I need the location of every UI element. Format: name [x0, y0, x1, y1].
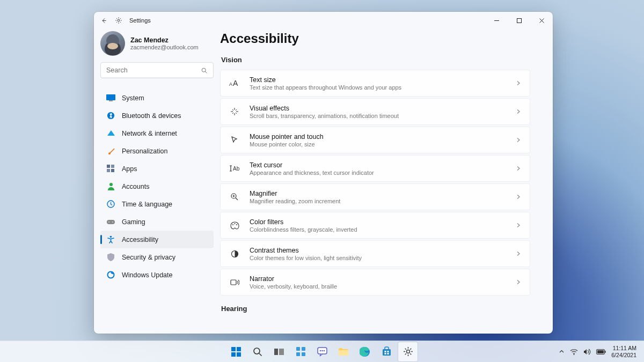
- sidebar-item-network[interactable]: Network & internet: [100, 124, 214, 142]
- sidebar-item-update[interactable]: Windows Update: [100, 266, 214, 284]
- svg-text:A: A: [229, 82, 232, 87]
- setting-visual-effects[interactable]: Visual effectsScroll bars, transparency,…: [220, 98, 530, 125]
- search-input[interactable]: [106, 67, 201, 74]
- svg-rect-27: [237, 347, 241, 351]
- sidebar-item-accounts[interactable]: Accounts: [100, 178, 214, 195]
- sidebar-item-security[interactable]: Security & privacy: [100, 248, 214, 266]
- card-title: Magnifier: [250, 190, 516, 197]
- card-title: Mouse pointer and touch: [250, 133, 516, 141]
- taskbar-settings[interactable]: [398, 342, 418, 361]
- narrator-icon: [229, 277, 240, 287]
- sidebar-item-label: Time & language: [122, 201, 172, 208]
- close-button[interactable]: [530, 12, 553, 28]
- svg-point-21: [232, 224, 233, 225]
- sidebar-item-label: Apps: [122, 165, 137, 173]
- minimize-button[interactable]: [485, 12, 508, 28]
- taskbar: 11:11 AM 6/24/2021: [0, 341, 644, 362]
- card-subtitle: Scroll bars, transparency, animations, n…: [250, 113, 516, 119]
- svg-point-15: [110, 236, 112, 238]
- taskbar-chat[interactable]: [312, 342, 332, 361]
- settings-icon: [112, 14, 125, 27]
- svg-rect-6: [107, 165, 110, 168]
- setting-magnifier[interactable]: MagnifierMagnifier reading, zoom increme…: [220, 183, 530, 210]
- sidebar-item-accessibility[interactable]: Accessibility: [100, 231, 214, 248]
- bluetooth-icon: [106, 111, 115, 120]
- svg-point-40: [323, 350, 325, 351]
- sidebar-item-label: Personalization: [122, 147, 167, 155]
- sidebar-item-system[interactable]: System: [100, 89, 214, 107]
- taskbar-search[interactable]: [248, 342, 267, 361]
- svg-rect-41: [339, 350, 348, 356]
- section-vision-header: Vision: [221, 56, 530, 64]
- card-title: Text cursor: [250, 161, 516, 169]
- taskbar-edge[interactable]: [355, 342, 375, 361]
- magnifier-icon: [229, 191, 240, 202]
- card-subtitle: Color themes for low vision, light sensi…: [250, 255, 516, 261]
- svg-rect-36: [302, 352, 305, 356]
- settings-window: Settings Zac Mendez zacmendez@outlook.co…: [94, 12, 553, 334]
- taskbar-taskview[interactable]: [269, 342, 289, 361]
- person-icon: [106, 182, 115, 191]
- card-title: Narrator: [250, 275, 516, 283]
- chevron-right-icon: [516, 166, 521, 171]
- app-title: Settings: [129, 17, 151, 24]
- svg-point-23: [236, 224, 237, 225]
- wifi-tray-icon[interactable]: [570, 349, 578, 355]
- setting-text-size[interactable]: AA Text sizeText size that appears throu…: [220, 70, 530, 97]
- svg-rect-51: [597, 350, 604, 353]
- sidebar: Zac Mendez zacmendez@outlook.com System …: [94, 29, 220, 334]
- svg-rect-29: [237, 352, 241, 357]
- sidebar-item-time[interactable]: Time & language: [100, 195, 214, 213]
- svg-rect-52: [605, 351, 606, 353]
- setting-contrast-themes[interactable]: Contrast themesColor themes for low visi…: [220, 240, 530, 267]
- volume-tray-icon[interactable]: [583, 349, 591, 355]
- taskbar-store[interactable]: [377, 342, 396, 361]
- setting-narrator[interactable]: NarratorVoice, verbosity, keyboard, brai…: [220, 269, 530, 295]
- battery-tray-icon[interactable]: [596, 349, 606, 354]
- svg-rect-45: [387, 351, 389, 352]
- chevron-right-icon: [516, 80, 521, 86]
- user-account[interactable]: Zac Mendez zacmendez@outlook.com: [100, 31, 214, 62]
- chevron-right-icon: [516, 194, 521, 200]
- setting-color-filters[interactable]: Color filtersColorblindness filters, gra…: [220, 212, 530, 239]
- card-title: Contrast themes: [250, 247, 516, 254]
- titlebar: Settings: [94, 12, 553, 29]
- setting-mouse-pointer[interactable]: Mouse pointer and touchMouse pointer col…: [220, 127, 530, 153]
- brush-icon: [106, 146, 115, 156]
- svg-point-39: [321, 350, 323, 351]
- chevron-right-icon: [516, 223, 521, 228]
- taskbar-explorer[interactable]: [334, 342, 353, 361]
- search-box[interactable]: [100, 62, 214, 78]
- card-subtitle: Voice, verbosity, keyboard, braille: [250, 283, 516, 290]
- card-title: Text size: [250, 76, 516, 84]
- sidebar-item-gaming[interactable]: Gaming: [100, 213, 214, 231]
- display-icon: [106, 93, 115, 102]
- taskbar-widgets[interactable]: [291, 342, 310, 361]
- svg-text:Ab: Ab: [233, 166, 239, 172]
- svg-point-49: [574, 354, 575, 355]
- back-button[interactable]: [97, 14, 110, 27]
- sidebar-item-bluetooth[interactable]: Bluetooth & devices: [100, 107, 214, 124]
- svg-rect-9: [111, 169, 114, 172]
- svg-point-2: [202, 68, 206, 72]
- sidebar-item-apps[interactable]: Apps: [100, 160, 214, 178]
- maximize-button[interactable]: [508, 12, 530, 28]
- taskbar-start[interactable]: [226, 342, 246, 361]
- chevron-up-icon[interactable]: [559, 349, 565, 354]
- card-subtitle: Text size that appears throughout Window…: [250, 84, 516, 91]
- svg-rect-34: [302, 347, 305, 351]
- text-cursor-icon: Ab: [229, 163, 240, 174]
- svg-rect-47: [387, 353, 389, 354]
- tray-time: 11:11 AM: [611, 345, 636, 351]
- tray-clock[interactable]: 11:11 AM 6/24/2021: [611, 345, 636, 358]
- svg-rect-3: [106, 94, 115, 100]
- user-name: Zac Mendez: [130, 36, 199, 44]
- sidebar-item-personalization[interactable]: Personalization: [100, 142, 214, 160]
- svg-rect-1: [517, 18, 521, 23]
- svg-point-13: [108, 221, 109, 223]
- svg-point-14: [112, 221, 113, 223]
- setting-text-cursor[interactable]: Ab Text cursorAppearance and thickness, …: [220, 155, 530, 182]
- svg-point-10: [109, 183, 113, 186]
- search-icon: [253, 347, 262, 357]
- svg-rect-35: [296, 352, 300, 356]
